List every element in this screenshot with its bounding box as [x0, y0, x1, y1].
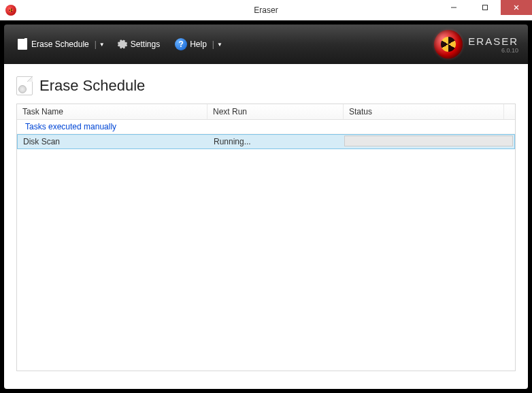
erase-schedule-label: Erase Schedule: [31, 40, 89, 49]
schedule-table: Task Name Next Run Status Tasks executed…: [16, 104, 516, 371]
document-icon: [16, 38, 29, 50]
table-header: Task Name Next Run Status: [17, 104, 515, 120]
column-header-gutter: [504, 104, 515, 120]
brand-version: 6.0.10: [468, 47, 518, 54]
app-body: Erase Schedule | ▼ Settings ? Help | ▼ E…: [0, 20, 532, 393]
cell-status-progress: [344, 136, 513, 146]
window-title: Eraser: [254, 5, 278, 15]
main-toolbar: Erase Schedule | ▼ Settings ? Help | ▼ E…: [4, 25, 528, 64]
toolbar-separator: |: [95, 40, 97, 49]
content-area: Erase Schedule Task Name Next Run Status…: [4, 64, 528, 389]
toolbar-separator: |: [212, 40, 214, 49]
column-header-status[interactable]: Status: [344, 104, 504, 120]
close-button[interactable]: [501, 0, 532, 15]
settings-label: Settings: [131, 40, 160, 49]
column-header-next-run[interactable]: Next Run: [207, 104, 344, 120]
table-row[interactable]: Disk Scan Running...: [17, 134, 515, 149]
maximize-button[interactable]: [469, 0, 501, 15]
help-label: Help: [190, 40, 207, 49]
page-document-icon: [16, 76, 33, 95]
brand-text: ERASER 6.0.10: [468, 35, 518, 54]
window-controls: [438, 0, 532, 20]
gear-icon: [116, 38, 128, 50]
erase-schedule-dropdown[interactable]: ▼: [99, 42, 105, 48]
erase-schedule-button[interactable]: Erase Schedule: [12, 35, 93, 53]
page-header: Erase Schedule: [16, 76, 516, 95]
help-icon: ?: [175, 38, 187, 50]
svg-rect-1: [483, 5, 488, 10]
app-icon: [5, 5, 16, 16]
minimize-button[interactable]: [438, 0, 469, 15]
window-titlebar: Eraser: [0, 0, 532, 20]
settings-button[interactable]: Settings: [112, 35, 164, 53]
cell-task-name: Disk Scan: [18, 135, 208, 148]
page-title: Erase Schedule: [39, 77, 145, 95]
cell-next-run: Running...: [208, 135, 344, 148]
column-header-task-name[interactable]: Task Name: [17, 104, 207, 120]
help-dropdown[interactable]: ▼: [217, 42, 222, 48]
table-body: Tasks executed manually Disk Scan Runnin…: [17, 120, 515, 371]
brand-name: ERASER: [468, 35, 518, 47]
help-button[interactable]: ? Help: [171, 35, 211, 53]
brand-block: ERASER 6.0.10: [434, 30, 518, 59]
task-group-label[interactable]: Tasks executed manually: [17, 120, 515, 134]
brand-orb-icon: [434, 30, 463, 59]
